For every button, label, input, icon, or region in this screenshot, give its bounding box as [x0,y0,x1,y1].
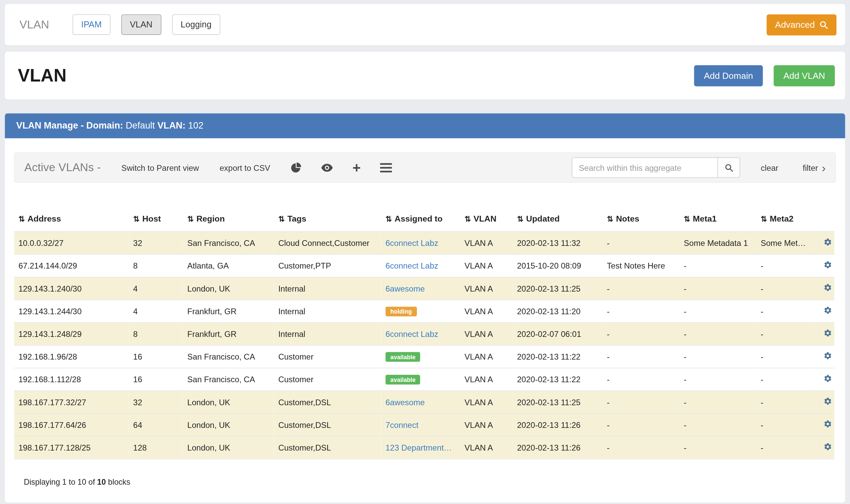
assigned-to-link[interactable]: 6awesome [385,397,425,407]
column-header-assigned-to[interactable]: ⇅Assigned to [381,210,460,232]
table-toolbar: Active VLANs - Switch to Parent view exp… [14,152,836,183]
column-header-tags[interactable]: ⇅Tags [274,210,382,232]
cell-updated: 2020-02-13 11:22 [513,368,603,391]
assigned-to-link[interactable]: 6awesome [385,284,425,293]
gear-icon[interactable] [824,352,832,360]
cell-tags: Customer,DSL [274,436,382,459]
cell-actions [810,323,834,345]
cell-notes: - [603,391,679,413]
chevron-right-icon: › [822,162,826,173]
cell-actions [810,413,834,436]
cell-meta2: - [756,391,810,413]
vlan-manage-panel: VLAN Manage - Domain: Default VLAN: 102 … [5,113,845,502]
plus-icon[interactable]: + [353,160,361,175]
assigned-to-link[interactable]: 7connect [385,420,418,429]
nav-tab-vlan[interactable]: VLAN [121,14,161,35]
column-header-meta2[interactable]: ⇅Meta2 [756,210,810,232]
table-row: 10.0.0.32/27 32 San Francisco, CA Cloud … [14,232,834,254]
gear-icon[interactable] [824,306,832,315]
search-button[interactable] [718,157,740,178]
cell-notes: - [603,436,679,459]
column-header-region[interactable]: ⇅Region [183,210,274,232]
gear-icon[interactable] [824,260,832,269]
cell-address: 192.168.1.96/28 [14,345,129,368]
table-row: 198.167.177.32/27 32 London, UK Customer… [14,391,834,413]
gear-icon[interactable] [824,420,832,429]
cell-vlan: VLAN A [460,413,513,436]
cell-updated: 2020-02-13 11:26 [513,436,603,459]
column-header-meta1[interactable]: ⇅Meta1 [679,210,756,232]
list-icon[interactable] [380,162,392,173]
cell-host: 128 [129,436,183,459]
gear-icon[interactable] [824,238,832,247]
clear-link[interactable]: clear [761,163,778,172]
cell-assigned-to: 6connect Labz [381,323,460,345]
cell-tags: Cloud Connect,Customer [274,232,382,254]
search-icon [819,21,828,29]
column-header-actions [810,210,834,232]
assigned-to-link[interactable]: 6connect Labz [385,238,438,248]
cell-region: San Francisco, CA [183,232,274,254]
cell-meta1: - [679,345,756,368]
cell-region: Atlanta, GA [183,254,274,277]
cell-assigned-to: 123 Department… [381,436,460,459]
gear-icon[interactable] [824,443,832,451]
active-vlans-label: Active VLANs - [24,161,101,174]
gear-icon[interactable] [824,329,832,338]
cell-meta2: - [756,345,810,368]
table-body: 10.0.0.32/27 32 San Francisco, CA Cloud … [14,232,834,459]
eye-icon[interactable] [321,163,333,172]
cell-actions [810,436,834,459]
gear-icon[interactable] [824,284,832,292]
page-header: VLAN Add Domain Add VLAN [5,52,845,100]
switch-to-parent-view-link[interactable]: Switch to Parent view [122,163,199,172]
cell-region: London, UK [183,277,274,300]
column-header-vlan[interactable]: ⇅VLAN [460,210,513,232]
pie-chart-icon[interactable] [291,162,301,173]
cell-region: London, UK [183,436,274,459]
sort-icon: ⇅ [188,214,194,223]
panel-title-vlan-label: VLAN: [157,121,185,130]
cell-address: 129.143.1.240/30 [14,277,129,300]
assigned-to-link[interactable]: 123 Department… [385,443,452,452]
panel-title-vlan-value: 102 [188,121,203,130]
add-domain-button[interactable]: Add Domain [694,65,763,86]
nav-tab-logging[interactable]: Logging [172,14,220,35]
cell-updated: 2015-10-20 08:09 [513,254,603,277]
advanced-search-button[interactable]: Advanced [766,14,836,35]
filter-link[interactable]: filter › [803,162,826,173]
assigned-to-link[interactable]: 6connect Labz [385,261,438,270]
cell-tags: Customer [274,368,382,391]
assigned-to-link[interactable]: 6connect Labz [385,329,438,339]
table-pagination-status: Displaying 1 to 10 of 10 blocks [24,478,836,486]
gear-icon[interactable] [824,397,832,406]
column-header-notes[interactable]: ⇅Notes [603,210,679,232]
table-row: 198.167.177.128/25 128 London, UK Custom… [14,436,834,459]
cell-meta2: - [756,254,810,277]
cell-host: 8 [129,323,183,345]
column-header-address[interactable]: ⇅Address [14,210,129,232]
nav-tab-ipam[interactable]: IPAM [72,14,110,35]
export-to-csv-link[interactable]: export to CSV [219,163,270,172]
cell-address: 192.168.1.112/28 [14,368,129,391]
sort-icon: ⇅ [278,214,285,223]
sort-icon: ⇅ [465,214,471,223]
column-header-host[interactable]: ⇅Host [129,210,183,232]
add-vlan-button[interactable]: Add VLAN [774,65,835,86]
cell-vlan: VLAN A [460,368,513,391]
cell-tags: Customer,DSL [274,413,382,436]
cell-meta2: - [756,300,810,322]
cell-assigned-to: 6awesome [381,277,460,300]
search-icon [725,163,733,172]
cell-notes: - [603,413,679,436]
column-label: Host [142,214,161,223]
cell-meta2: - [756,323,810,345]
cell-actions [810,391,834,413]
column-header-updated[interactable]: ⇅Updated [513,210,603,232]
cell-updated: 2020-02-13 11:20 [513,300,603,322]
cell-vlan: VLAN A [460,436,513,459]
search-input[interactable] [572,157,718,178]
cell-assigned-to: 6awesome [381,391,460,413]
gear-icon[interactable] [824,374,832,383]
cell-region: Frankfurt, GR [183,323,274,345]
